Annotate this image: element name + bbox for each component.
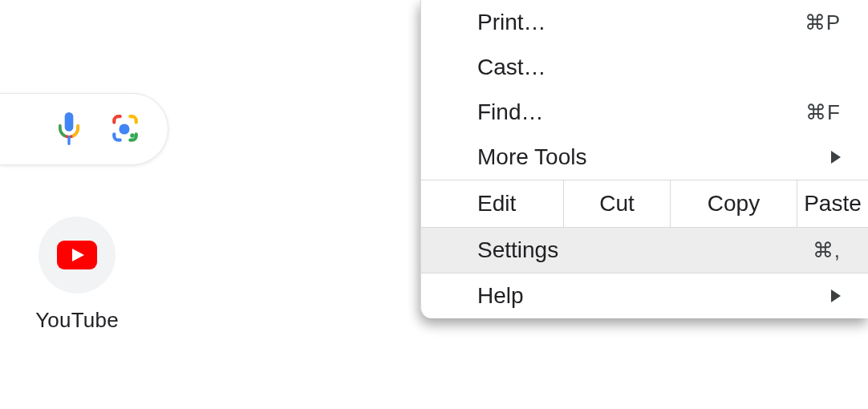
menu-item-label: More Tools (477, 144, 586, 170)
search-bar-end (0, 93, 168, 165)
menu-item-shortcut: ⌘P (805, 10, 841, 35)
svg-point-2 (119, 124, 129, 134)
menu-edit-cut[interactable]: Cut (564, 180, 671, 227)
menu-item-shortcut: ⌘F (805, 100, 841, 125)
chevron-right-icon (831, 290, 841, 302)
chevron-right-icon (831, 151, 841, 164)
menu-item-label: Print… (477, 10, 546, 35)
menu-item-label: Settings (477, 237, 558, 263)
menu-item-label: Find… (477, 99, 543, 125)
menu-edit-paste[interactable]: Paste (797, 180, 868, 227)
menu-edit-label: Edit (421, 180, 564, 227)
camera-lens-icon[interactable] (110, 114, 140, 144)
youtube-icon (57, 241, 97, 269)
menu-edit-copy[interactable]: Copy (671, 180, 797, 227)
shortcut-icon-bg (39, 217, 116, 294)
browser-overflow-menu: Print… ⌘P Cast… Find… ⌘F More Tools Edit… (420, 0, 868, 318)
menu-item-help[interactable]: Help (421, 273, 868, 318)
menu-item-settings[interactable]: Settings ⌘, (421, 228, 868, 273)
shortcut-tile-youtube[interactable]: YouTube (39, 217, 116, 333)
microphone-icon[interactable] (55, 112, 83, 146)
menu-item-label: Help (477, 283, 524, 309)
menu-item-print[interactable]: Print… ⌘P (421, 0, 868, 45)
svg-point-3 (130, 133, 134, 137)
shortcut-label: YouTube (35, 308, 119, 333)
svg-rect-0 (65, 112, 74, 132)
menu-edit-row: Edit Cut Copy Paste (421, 180, 868, 228)
menu-item-find[interactable]: Find… ⌘F (421, 90, 868, 135)
menu-item-label: Cast… (477, 55, 546, 80)
menu-item-shortcut: ⌘, (813, 238, 841, 263)
menu-item-more-tools[interactable]: More Tools (421, 135, 868, 180)
menu-item-cast[interactable]: Cast… (421, 45, 868, 90)
